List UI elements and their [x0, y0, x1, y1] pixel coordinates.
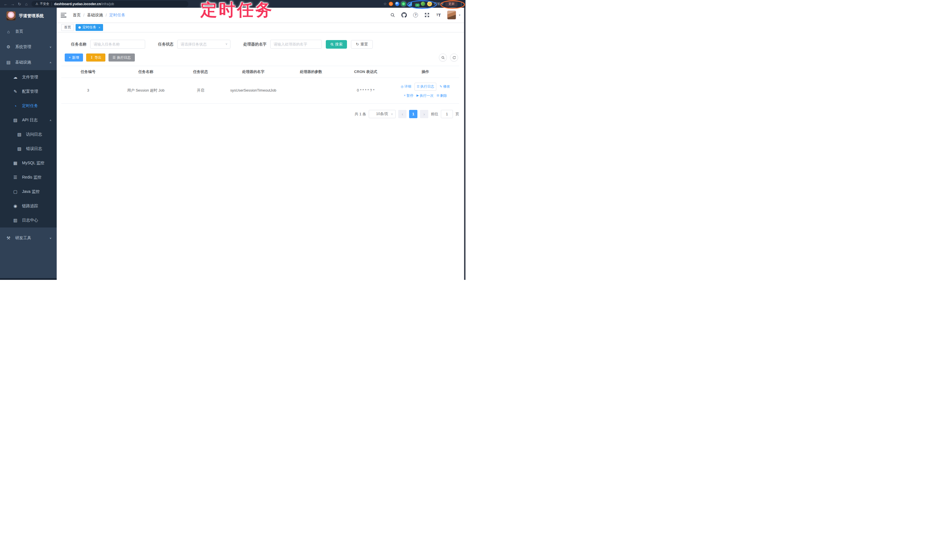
browser-back-icon[interactable]: ←: [2, 2, 9, 6]
extension-icon-green[interactable]: [401, 2, 406, 6]
job-status-select[interactable]: ∨: [177, 40, 230, 49]
list-icon: ☰: [417, 84, 420, 89]
address-bar[interactable]: ⚠ 不安全 dashboard.yudao.iocoder.cn /infra/…: [31, 1, 188, 7]
cell-handler-name: sysUserSessionTimeoutJob: [225, 85, 282, 96]
chevron-up-icon: ∧: [49, 61, 51, 64]
tab-scheduled-job[interactable]: 定时任务 ×: [76, 24, 103, 31]
window-scrollbar[interactable]: [464, 8, 466, 280]
app-title: 芋道管理系统: [19, 13, 44, 18]
sidebar-item-redis-monitor[interactable]: ☰ Redis 监控: [0, 170, 57, 185]
pause-link[interactable]: × 暂停: [404, 93, 413, 98]
not-secure-label[interactable]: 不安全: [40, 2, 49, 6]
breadcrumb-section[interactable]: 基础设施: [87, 12, 103, 18]
search-icon[interactable]: [390, 12, 396, 18]
close-icon[interactable]: ×: [99, 26, 100, 29]
handler-name-input[interactable]: [270, 40, 322, 49]
sidebar-item-label: 研发工具: [15, 235, 31, 241]
sidebar-item-label: 基础设施: [15, 60, 31, 65]
sidebar-item-file-manage[interactable]: ☁ 文件管理: [0, 70, 57, 85]
export-button[interactable]: ↧ 导出: [86, 54, 105, 62]
monitor-icon: ▢: [13, 189, 18, 194]
sidebar-submenu-infra: ☁ 文件管理 ✎ 配置管理 ◔ 定时任务 ▨ API 日志 ∧ ▧: [0, 70, 57, 228]
sidebar-item-system[interactable]: ⚙ 系统管理 ∨: [0, 39, 57, 55]
breadcrumb-home[interactable]: 首页: [73, 12, 81, 18]
extension-icon-leaf[interactable]: [421, 2, 425, 6]
app-logo-row[interactable]: 芋道管理系统: [0, 8, 57, 24]
next-page-button[interactable]: ›: [420, 110, 428, 118]
toggle-search-button[interactable]: [439, 54, 447, 62]
extension-icon-on-badge[interactable]: [414, 2, 419, 6]
sidebar-collapse-icon[interactable]: [61, 13, 66, 17]
sidebar-item-log-center[interactable]: ▥ 日志中心: [0, 213, 57, 228]
job-status-select-input[interactable]: [177, 40, 230, 49]
help-icon[interactable]: ?: [413, 12, 419, 18]
avatar-caret-icon[interactable]: ▾: [459, 14, 460, 17]
sidebar-item-config-manage[interactable]: ✎ 配置管理: [0, 85, 57, 99]
sidebar-item-scheduled-job[interactable]: ◔ 定时任务: [0, 99, 57, 113]
edit-icon: ✎: [13, 89, 18, 94]
sidebar-item-tracing[interactable]: ◉ 链路追踪: [0, 199, 57, 213]
sidebar-item-access-log[interactable]: ▧ 访问日志: [0, 127, 57, 142]
fullscreen-icon[interactable]: [424, 12, 430, 18]
url-divider: [51, 2, 52, 6]
page-size-select[interactable]: 10条/页 ∨: [369, 110, 396, 118]
user-avatar[interactable]: [447, 11, 456, 20]
col-job-id: 任务编号: [61, 66, 115, 78]
profile-avatar-emoji[interactable]: ☺: [427, 2, 432, 6]
exec-log-button[interactable]: ☰ 执行日志: [108, 54, 135, 62]
active-tab-dot: [79, 26, 81, 29]
sidebar-item-java-monitor[interactable]: ▢ Java 监控: [0, 185, 57, 199]
tab-home[interactable]: 首页: [61, 24, 74, 31]
reset-button-label: 重置: [361, 42, 368, 47]
sidebar-item-mysql-monitor[interactable]: ▦ MySQL 监控: [0, 156, 57, 170]
sidebar-item-infra[interactable]: ▤ 基础设施 ∧: [0, 55, 57, 70]
add-button[interactable]: + 新增: [65, 54, 83, 62]
delete-link[interactable]: ⊟ 删除: [436, 93, 447, 98]
table-row: 3 用户 Session 超时 Job 开启 sysUserSessionTim…: [61, 78, 459, 104]
job-status-label: 任务状态: [158, 42, 174, 47]
browser-update-button[interactable]: 更新: [445, 1, 458, 6]
job-name-input[interactable]: [90, 40, 145, 49]
play-icon: ▶: [416, 93, 419, 98]
sidebar-item-label: 系统管理: [15, 45, 31, 49]
cell-job-status: 开启: [177, 85, 225, 96]
app-logo: [6, 11, 16, 21]
search-button[interactable]: 搜索: [326, 40, 347, 49]
browser-home-icon[interactable]: ⌂: [23, 2, 30, 6]
sidebar-item-dev-tools[interactable]: ⚒ 研发工具 ∨: [0, 230, 57, 246]
prev-page-button[interactable]: ‹: [398, 110, 407, 118]
refresh-table-button[interactable]: [450, 54, 458, 62]
reset-button[interactable]: ↻ 重置: [351, 40, 373, 49]
url-host[interactable]: dashboard.yudao.iocoder.cn: [54, 2, 101, 6]
sidebar-item-home[interactable]: ⌂ 首页: [0, 24, 57, 39]
row-exec-log-link[interactable]: ☰ 执行日志: [415, 83, 436, 91]
sidebar-item-label: 文件管理: [22, 75, 38, 80]
table-header-row: 任务编号 任务名称 任务状态 处理器的名字 处理器的参数 CRON 表达式 操作: [61, 66, 459, 78]
extension-icon-orange[interactable]: [389, 2, 393, 6]
goto-page-input[interactable]: [441, 110, 453, 118]
edit-link[interactable]: ✎ 修改: [439, 84, 450, 89]
font-size-icon[interactable]: TT: [436, 12, 441, 18]
extension-icon-blue[interactable]: [395, 2, 399, 6]
github-icon[interactable]: [401, 12, 407, 18]
paused-status-label: 已暂停: [434, 2, 444, 6]
page-1-button[interactable]: 1: [409, 110, 418, 118]
pagination: 共 1 条 10条/页 ∨ ‹ 1 › 前往 页: [61, 110, 459, 118]
browser-menu-icon[interactable]: ⋮: [459, 2, 463, 6]
sidebar-item-label: API 日志: [22, 118, 37, 123]
chevron-down-icon: ∨: [49, 237, 51, 240]
detail-link[interactable]: ◎ 详细: [401, 84, 412, 89]
toolbox-icon: ⚒: [6, 235, 11, 241]
log-icon: ▨: [13, 118, 18, 123]
url-path[interactable]: /infra/job: [101, 2, 114, 6]
trash-icon: ⊟: [436, 93, 439, 98]
browser-reload-icon[interactable]: ↻: [16, 2, 23, 6]
sidebar-item-error-log[interactable]: ▨ 错误日志: [0, 142, 57, 156]
sidebar-item-label: 错误日志: [26, 146, 42, 151]
run-once-link[interactable]: ▶ 执行一次: [416, 93, 433, 98]
search-form: 任务名称 任务状态 ∨ 处理器的名字 搜索 ↻ 重置: [71, 40, 459, 49]
browser-forward-icon[interactable]: →: [9, 2, 16, 6]
bookmark-star-icon[interactable]: ☆: [383, 2, 387, 6]
sidebar-item-api-log[interactable]: ▨ API 日志 ∧: [0, 113, 57, 127]
extension-icon-grid[interactable]: [408, 2, 412, 6]
